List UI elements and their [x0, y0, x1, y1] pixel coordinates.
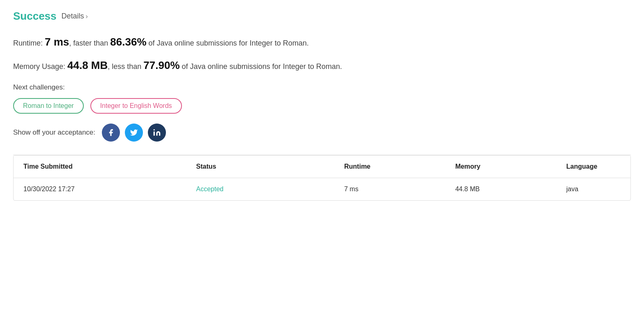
cell-language: java — [557, 178, 630, 201]
table-row: 10/30/2022 17:27 Accepted 7 ms 44.8 MB j… — [14, 178, 630, 201]
table-header-row: Time Submitted Status Runtime Memory Lan… — [14, 156, 630, 178]
svg-point-1 — [154, 129, 155, 131]
stats-section: Runtime: 7 ms, faster than 86.36% of Jav… — [13, 34, 631, 73]
runtime-stat-line: Runtime: 7 ms, faster than 86.36% of Jav… — [13, 34, 631, 50]
runtime-middle: , faster than — [69, 39, 110, 47]
col-header-status: Status — [186, 156, 334, 178]
twitter-icon[interactable] — [125, 124, 143, 142]
roman-to-integer-button[interactable]: Roman to Integer — [13, 98, 84, 114]
submissions-table-container: Time Submitted Status Runtime Memory Lan… — [13, 155, 631, 201]
social-row: Show off your acceptance: — [13, 124, 631, 142]
memory-prefix: Memory Usage: — [13, 62, 67, 71]
col-header-language: Language — [557, 156, 630, 178]
challenges-row: Roman to Integer Integer to English Word… — [13, 98, 631, 114]
details-link[interactable]: Details › — [62, 12, 88, 21]
memory-percent: 77.90% — [143, 59, 179, 71]
details-label: Details — [62, 12, 84, 21]
cell-memory: 44.8 MB — [445, 178, 556, 201]
cell-runtime: 7 ms — [334, 178, 445, 201]
twitter-svg — [130, 128, 138, 137]
runtime-prefix: Runtime: — [13, 39, 45, 47]
social-label: Show off your acceptance: — [13, 128, 95, 137]
memory-suffix: of Java online submissions for Integer t… — [180, 62, 342, 71]
facebook-svg — [107, 128, 115, 137]
memory-middle: , less than — [108, 62, 143, 71]
runtime-percent: 86.36% — [110, 36, 146, 48]
memory-value: 44.8 MB — [67, 59, 108, 71]
integer-to-english-words-button[interactable]: Integer to English Words — [90, 98, 182, 114]
linkedin-svg — [153, 128, 161, 137]
success-label: Success — [13, 10, 57, 23]
memory-stat-line: Memory Usage: 44.8 MB, less than 77.90% … — [13, 57, 631, 73]
social-icons — [102, 124, 166, 142]
linkedin-icon[interactable] — [148, 124, 166, 142]
svg-rect-0 — [154, 132, 155, 136]
cell-time-submitted: 10/30/2022 17:27 — [14, 178, 186, 201]
submissions-table: Time Submitted Status Runtime Memory Lan… — [14, 156, 630, 200]
runtime-suffix: of Java online submissions for Integer t… — [147, 39, 309, 47]
facebook-icon[interactable] — [102, 124, 120, 142]
next-challenges-label: Next challenges: — [13, 83, 631, 92]
header-row: Success Details › — [13, 10, 631, 23]
details-chevron-icon: › — [86, 13, 88, 20]
col-header-runtime: Runtime — [334, 156, 445, 178]
col-header-time-submitted: Time Submitted — [14, 156, 186, 178]
runtime-value: 7 ms — [45, 36, 69, 48]
cell-status: Accepted — [186, 178, 334, 201]
col-header-memory: Memory — [445, 156, 556, 178]
